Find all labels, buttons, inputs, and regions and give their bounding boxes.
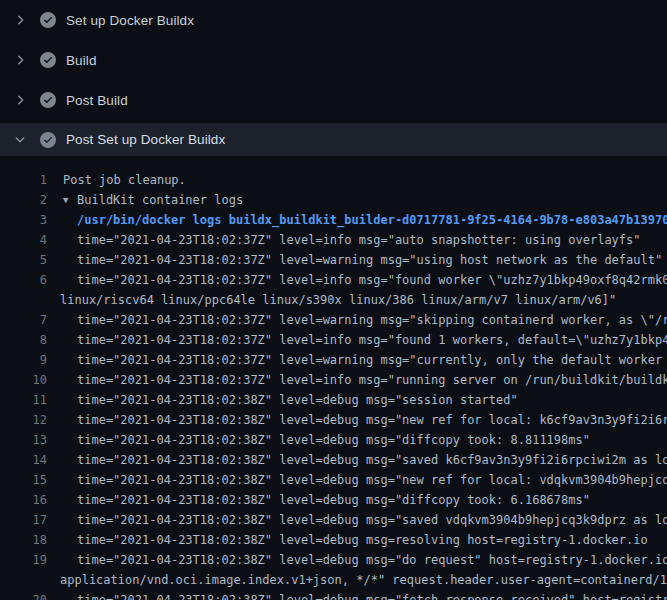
log-line: 11 time="2021-04-23T18:02:38Z" level=deb… — [0, 390, 667, 410]
line-number[interactable]: 2 — [0, 190, 47, 210]
log-text: time="2021-04-23T18:02:38Z" level=debug … — [77, 390, 518, 410]
log-line: 20 time="2021-04-23T18:02:38Z" level=deb… — [0, 590, 667, 600]
log-text: time="2021-04-23T18:02:37Z" level=info m… — [77, 270, 667, 290]
log-text: time="2021-04-23T18:02:37Z" level=warnin… — [77, 310, 667, 330]
step-label: Post Build — [66, 93, 128, 108]
line-number[interactable]: 15 — [0, 470, 47, 490]
log-text-content: time="2021-04-23T18:02:37Z" level=info m… — [77, 333, 667, 347]
line-number[interactable]: 18 — [0, 530, 47, 550]
line-number[interactable]: 7 — [0, 310, 47, 330]
log-text-content: time="2021-04-23T18:02:37Z" level=info m… — [77, 233, 641, 247]
log-text-content: time="2021-04-23T18:02:37Z" level=warnin… — [77, 353, 667, 367]
line-number[interactable] — [0, 290, 47, 310]
log-text: time="2021-04-23T18:02:37Z" level=warnin… — [77, 350, 667, 370]
step-label: Set up Docker Buildx — [66, 13, 194, 28]
log-text: /usr/bin/docker logs buildx_buildkit_bui… — [77, 210, 667, 230]
log-panel: 1 Post job cleanup. 2 ▼BuildKit containe… — [0, 156, 667, 600]
log-text-content: time="2021-04-23T18:02:38Z" level=debug … — [77, 493, 590, 507]
log-line: 5 time="2021-04-23T18:02:37Z" level=warn… — [0, 250, 667, 270]
log-line: 16 time="2021-04-23T18:02:38Z" level=deb… — [0, 490, 667, 510]
log-text: time="2021-04-23T18:02:38Z" level=debug … — [77, 430, 590, 450]
log-text: time="2021-04-23T18:02:37Z" level=info m… — [77, 330, 667, 350]
line-number[interactable]: 12 — [0, 410, 47, 430]
status-success-icon — [40, 132, 56, 148]
log-line: 9 time="2021-04-23T18:02:37Z" level=warn… — [0, 350, 667, 370]
log-text[interactable]: ▼BuildKit container logs — [63, 190, 243, 210]
status-success-icon — [40, 52, 56, 68]
log-line: 14 time="2021-04-23T18:02:38Z" level=deb… — [0, 450, 667, 470]
log-lines: 1 Post job cleanup. 2 ▼BuildKit containe… — [0, 170, 667, 600]
line-number[interactable]: 14 — [0, 450, 47, 470]
log-text-content: time="2021-04-23T18:02:37Z" level=info m… — [77, 373, 667, 387]
log-line: 1 Post job cleanup. — [0, 170, 667, 190]
actions-log-viewer: Set up Docker Buildx Build Post Build — [0, 0, 667, 600]
chevron-right-icon — [12, 12, 28, 28]
log-line: application/vnd.oci.image.index.v1+json,… — [0, 570, 667, 590]
log-text-content: time="2021-04-23T18:02:37Z" level=warnin… — [77, 313, 667, 327]
log-text: time="2021-04-23T18:02:38Z" level=debug … — [77, 510, 667, 530]
log-text: time="2021-04-23T18:02:38Z" level=debug … — [77, 470, 667, 490]
log-text: time="2021-04-23T18:02:37Z" level=info m… — [77, 230, 641, 250]
line-number[interactable]: 20 — [0, 590, 47, 600]
log-text-content: Post job cleanup. — [63, 173, 186, 187]
log-line: 15 time="2021-04-23T18:02:38Z" level=deb… — [0, 470, 667, 490]
log-line: 6 time="2021-04-23T18:02:37Z" level=info… — [0, 270, 667, 290]
line-number[interactable]: 13 — [0, 430, 47, 450]
log-text-content: BuildKit container logs — [77, 193, 243, 207]
log-text-content: time="2021-04-23T18:02:38Z" level=debug … — [77, 433, 590, 447]
log-text-content: time="2021-04-23T18:02:38Z" level=debug … — [77, 393, 518, 407]
log-line: 17 time="2021-04-23T18:02:38Z" level=deb… — [0, 510, 667, 530]
line-number[interactable] — [0, 570, 47, 590]
log-text: time="2021-04-23T18:02:38Z" level=debug … — [77, 490, 590, 510]
log-line: 4 time="2021-04-23T18:02:37Z" level=info… — [0, 230, 667, 250]
line-number[interactable]: 4 — [0, 230, 47, 250]
log-text: time="2021-04-23T18:02:38Z" level=debug … — [77, 550, 667, 570]
log-line: 7 time="2021-04-23T18:02:37Z" level=warn… — [0, 310, 667, 330]
log-text-content: time="2021-04-23T18:02:37Z" level=info m… — [77, 273, 667, 287]
line-number[interactable]: 19 — [0, 550, 47, 570]
log-text-content: application/vnd.oci.image.index.v1+json,… — [60, 573, 667, 587]
step-build[interactable]: Build — [0, 40, 667, 80]
log-line: 3 /usr/bin/docker logs buildx_buildkit_b… — [0, 210, 667, 230]
log-text-content: time="2021-04-23T18:02:38Z" level=debug … — [77, 593, 667, 600]
group-collapse-triangle-icon[interactable]: ▼ — [63, 190, 77, 210]
log-text: time="2021-04-23T18:02:38Z" level=debug … — [77, 410, 667, 430]
log-line: 13 time="2021-04-23T18:02:38Z" level=deb… — [0, 430, 667, 450]
log-text-content: time="2021-04-23T18:02:38Z" level=debug … — [77, 513, 667, 527]
log-text-content: time="2021-04-23T18:02:38Z" level=debug … — [77, 533, 648, 547]
log-line: 19 time="2021-04-23T18:02:38Z" level=deb… — [0, 550, 667, 570]
log-text: linux/riscv64 linux/ppc64le linux/s390x … — [60, 290, 616, 310]
line-number[interactable]: 3 — [0, 210, 47, 230]
step-set-up-docker-buildx[interactable]: Set up Docker Buildx — [0, 0, 667, 40]
log-text: time="2021-04-23T18:02:38Z" level=debug … — [77, 450, 667, 470]
line-number[interactable]: 9 — [0, 350, 47, 370]
line-number[interactable]: 5 — [0, 250, 47, 270]
log-line: 12 time="2021-04-23T18:02:38Z" level=deb… — [0, 410, 667, 430]
step-post-build[interactable]: Post Build — [0, 80, 667, 120]
status-success-icon — [40, 92, 56, 108]
chevron-right-icon — [12, 92, 28, 108]
status-success-icon — [40, 12, 56, 28]
steps-list: Set up Docker Buildx Build Post Build — [0, 0, 667, 156]
line-number[interactable]: 11 — [0, 390, 47, 410]
line-number[interactable]: 8 — [0, 330, 47, 350]
line-number[interactable]: 1 — [0, 170, 47, 190]
log-text: Post job cleanup. — [63, 170, 186, 190]
log-text-content: linux/riscv64 linux/ppc64le linux/s390x … — [60, 293, 616, 307]
log-text: time="2021-04-23T18:02:38Z" level=debug … — [77, 590, 667, 600]
chevron-down-icon — [12, 132, 28, 148]
line-number[interactable]: 17 — [0, 510, 47, 530]
log-text: time="2021-04-23T18:02:37Z" level=info m… — [77, 370, 667, 390]
log-text-content: time="2021-04-23T18:02:38Z" level=debug … — [77, 473, 667, 487]
line-number[interactable]: 6 — [0, 270, 47, 290]
log-text-content: time="2021-04-23T18:02:38Z" level=debug … — [77, 413, 667, 427]
line-number[interactable]: 10 — [0, 370, 47, 390]
log-text: time="2021-04-23T18:02:38Z" level=debug … — [77, 530, 648, 550]
log-line: 2 ▼BuildKit container logs — [0, 190, 667, 210]
log-line: linux/riscv64 linux/ppc64le linux/s390x … — [0, 290, 667, 310]
line-number[interactable]: 16 — [0, 490, 47, 510]
log-text: application/vnd.oci.image.index.v1+json,… — [60, 570, 667, 590]
step-post-set-up-docker-buildx[interactable]: Post Set up Docker Buildx — [0, 123, 667, 156]
chevron-right-icon — [12, 52, 28, 68]
step-label: Post Set up Docker Buildx — [66, 132, 225, 147]
